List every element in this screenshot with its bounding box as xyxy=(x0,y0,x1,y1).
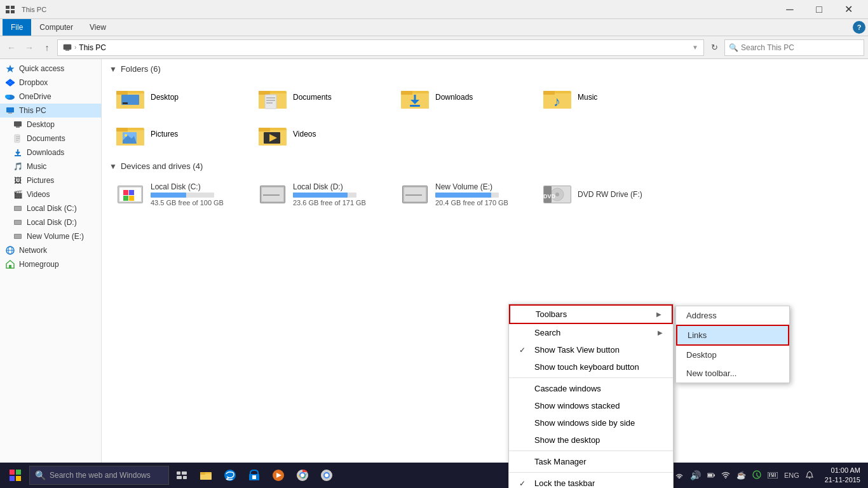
submenu-address[interactable]: Address xyxy=(676,306,789,325)
content-area: ▼ Folders (6) Desktop xyxy=(102,59,868,471)
drives-toggle[interactable]: ▼ xyxy=(109,162,117,171)
forward-button[interactable]: → xyxy=(22,40,37,55)
search-box[interactable]: 🔍 xyxy=(724,39,864,56)
svg-rect-75 xyxy=(129,190,134,195)
ctx-lock-taskbar[interactable]: ✓ Lock the taskbar xyxy=(509,475,673,488)
ctx-cascade-label: Cascade windows xyxy=(534,384,601,393)
drive-e-name: New Volume (E:) xyxy=(435,182,508,191)
close-button[interactable]: ✕ xyxy=(834,0,863,19)
extra-tray-icon[interactable] xyxy=(750,469,764,482)
drive-c[interactable]: Local Disk (C:) 43.5 GB free of 100 GB xyxy=(109,177,249,212)
tab-view[interactable]: View xyxy=(81,19,114,36)
ctx-stacked[interactable]: Show windows stacked xyxy=(509,397,673,414)
battery-tray-icon[interactable] xyxy=(705,469,717,482)
sidebar-item-desktop[interactable]: Desktop xyxy=(0,118,101,132)
volume-tray-icon[interactable]: 🔊 xyxy=(688,469,703,482)
chrome2-taskbar-btn[interactable] xyxy=(315,464,338,487)
folders-toggle[interactable]: ▼ xyxy=(109,65,117,74)
sidebar-item-dropbox[interactable]: Dropbox xyxy=(0,76,101,90)
submenu-desktop[interactable]: Desktop xyxy=(676,346,789,364)
tab-computer[interactable]: Computer xyxy=(31,19,81,36)
submenu-links[interactable]: Links xyxy=(676,325,789,346)
ctx-sep-1 xyxy=(509,377,673,378)
sidebar-item-quick-access[interactable]: Quick access xyxy=(0,62,101,76)
ctx-cascade[interactable]: Cascade windows xyxy=(509,380,673,397)
sidebar-item-downloads[interactable]: Downloads xyxy=(0,146,101,159)
music-small-icon: 🎵 xyxy=(13,161,23,172)
pictures-folder-icon xyxy=(115,121,146,147)
sidebar-item-new-volume-e[interactable]: New Volume (E:) xyxy=(0,229,101,243)
drive-f[interactable]: DVD DVD RW Drive (F:) xyxy=(536,177,676,212)
sidebar-item-homegroup[interactable]: Homegroup xyxy=(0,257,101,271)
drive-e[interactable]: New Volume (E:) 20.4 GB free of 170 GB xyxy=(394,177,534,212)
sidebar-item-videos[interactable]: 🎬 Videos xyxy=(0,187,101,201)
drives-section-title: Devices and drives (4) xyxy=(121,161,203,171)
path-dropdown-arrow[interactable]: ▼ xyxy=(692,44,698,51)
folder-music[interactable]: ♪ Music xyxy=(536,80,676,114)
tab-file[interactable]: File xyxy=(3,19,31,36)
chrome-taskbar-btn[interactable] xyxy=(291,464,314,487)
help-button[interactable]: ? xyxy=(853,21,865,34)
sidebar-item-this-pc[interactable]: This PC xyxy=(0,104,101,118)
taskbar-search-box[interactable]: 🔍 Search the web and Windows xyxy=(29,466,169,485)
store-taskbar-btn[interactable] xyxy=(243,464,266,487)
ctx-side-by-side[interactable]: Show windows side by side xyxy=(509,414,673,431)
sidebar-item-pictures[interactable]: 🖼 Pictures xyxy=(0,173,101,187)
sidebar-label-local-d: Local Disk (D:) xyxy=(27,218,77,227)
ctx-task-manager-label: Task Manager xyxy=(534,457,587,466)
folder-pictures[interactable]: Pictures xyxy=(109,117,249,151)
sidebar-item-music[interactable]: 🎵 Music xyxy=(0,159,101,173)
system-clock[interactable]: 01:00 AM 21-11-2015 xyxy=(820,466,865,485)
folder-videos[interactable]: Videos xyxy=(252,117,391,151)
svg-text:DVD: DVD xyxy=(543,193,556,200)
sidebar-item-onedrive[interactable]: OneDrive xyxy=(0,90,101,104)
folder-desktop[interactable]: Desktop xyxy=(109,80,249,114)
keyboard-tray-icon[interactable] xyxy=(765,469,780,482)
sidebar: Quick access Dropbox OneDrive This PC D xyxy=(0,59,102,471)
task-view-button[interactable] xyxy=(170,464,193,487)
address-path[interactable]: › This PC ▼ xyxy=(57,39,704,56)
ctx-toolbars-label: Toolbars xyxy=(536,309,567,319)
svg-rect-3 xyxy=(11,10,15,13)
network-tray-icon[interactable] xyxy=(672,469,686,482)
svg-rect-105 xyxy=(177,476,182,479)
ctx-task-manager[interactable]: Task Manager xyxy=(509,453,673,470)
ctx-touch-keyboard[interactable]: Show touch keyboard button xyxy=(509,358,673,376)
drives-grid: Local Disk (C:) 43.5 GB free of 100 GB xyxy=(109,177,860,212)
maximize-button[interactable]: □ xyxy=(804,0,834,19)
start-button[interactable] xyxy=(3,463,28,488)
minimize-button[interactable]: ─ xyxy=(775,0,804,19)
disk-e-drive-icon xyxy=(400,182,430,207)
file-explorer-taskbar-btn[interactable] xyxy=(194,464,217,487)
svg-rect-50 xyxy=(401,91,412,95)
title-bar: This PC ─ □ ✕ xyxy=(0,0,868,19)
ctx-show-desktop[interactable]: Show the desktop xyxy=(509,431,673,449)
folder-documents[interactable]: Documents xyxy=(252,80,391,114)
sidebar-item-documents[interactable]: Documents xyxy=(0,132,101,146)
folder-downloads[interactable]: Downloads xyxy=(394,80,534,114)
submenu-new-toolbar[interactable]: New toolbar... xyxy=(676,364,789,383)
sidebar-item-local-d[interactable]: Local Disk (D:) xyxy=(0,215,101,229)
edge-taskbar-btn[interactable] xyxy=(219,464,241,487)
back-button[interactable]: ← xyxy=(4,40,19,55)
svg-rect-0 xyxy=(6,6,10,9)
ctx-toolbars[interactable]: Toolbars ▶ Address Links Desktop New too… xyxy=(509,304,673,324)
ctx-search[interactable]: Search ▶ xyxy=(509,324,673,341)
search-input[interactable] xyxy=(741,43,860,52)
drive-d-bar-bg xyxy=(293,193,356,198)
ctx-side-by-side-label: Show windows side by side xyxy=(534,418,635,428)
refresh-button[interactable]: ↻ xyxy=(707,40,722,55)
notification-button[interactable] xyxy=(803,464,816,487)
media-taskbar-btn[interactable] xyxy=(267,464,290,487)
svg-rect-54 xyxy=(410,105,420,107)
ctx-show-task-view[interactable]: ✓ Show Task View button xyxy=(509,341,673,358)
up-button[interactable]: ↑ xyxy=(39,40,55,55)
drive-d[interactable]: Local Disk (D:) 23.6 GB free of 171 GB xyxy=(252,177,391,212)
sidebar-item-local-c[interactable]: Local Disk (C:) xyxy=(0,201,101,215)
drive-c-info: Local Disk (C:) 43.5 GB free of 100 GB xyxy=(151,182,224,207)
language-indicator[interactable]: ENG xyxy=(782,470,802,480)
java-tray-icon[interactable]: ☕ xyxy=(734,470,749,481)
sidebar-item-network[interactable]: Network xyxy=(0,243,101,257)
wifi-tray-icon[interactable] xyxy=(719,469,733,482)
sidebar-label-pictures: Pictures xyxy=(27,176,54,185)
